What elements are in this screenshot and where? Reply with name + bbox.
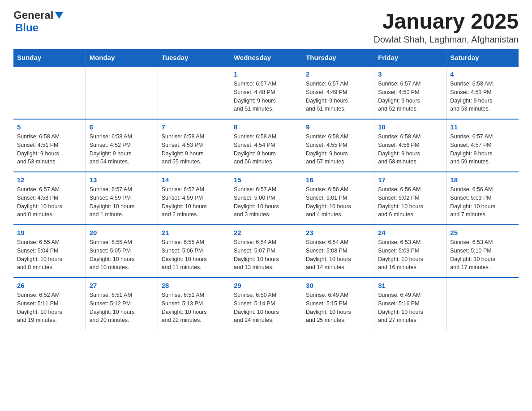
logo: General Blue [13, 9, 63, 34]
day-number: 12 [17, 176, 82, 184]
day-number: 26 [17, 282, 82, 289]
day-number: 16 [306, 176, 370, 184]
day-number: 15 [234, 176, 298, 184]
calendar-cell [86, 66, 158, 119]
calendar-cell: 15Sunrise: 6:57 AMSunset: 5:00 PMDayligh… [230, 172, 302, 225]
day-info: Sunrise: 6:56 AMSunset: 5:01 PMDaylight:… [306, 185, 370, 219]
day-info: Sunrise: 6:57 AMSunset: 4:48 PMDaylight:… [234, 80, 298, 113]
day-number: 19 [17, 229, 82, 236]
calendar-cell: 28Sunrise: 6:51 AMSunset: 5:13 PMDayligh… [158, 278, 230, 330]
calendar-cell: 10Sunrise: 6:58 AMSunset: 4:56 PMDayligh… [374, 119, 446, 172]
day-info: Sunrise: 6:49 AMSunset: 5:16 PMDaylight:… [378, 291, 442, 325]
day-number: 27 [90, 282, 154, 289]
day-number: 13 [90, 176, 154, 184]
day-number: 21 [162, 229, 226, 236]
day-number: 2 [306, 70, 370, 78]
calendar-cell [446, 278, 519, 330]
calendar-cell: 24Sunrise: 6:53 AMSunset: 5:09 PMDayligh… [374, 225, 446, 278]
day-info: Sunrise: 6:58 AMSunset: 4:56 PMDaylight:… [378, 133, 442, 166]
calendar-cell: 27Sunrise: 6:51 AMSunset: 5:12 PMDayligh… [86, 278, 158, 330]
col-header-monday: Monday [86, 49, 158, 66]
day-number: 4 [450, 70, 515, 78]
col-header-tuesday: Tuesday [158, 49, 230, 66]
day-info: Sunrise: 6:58 AMSunset: 4:52 PMDaylight:… [90, 133, 154, 166]
day-number: 11 [450, 123, 515, 131]
col-header-saturday: Saturday [446, 49, 519, 66]
calendar-cell: 5Sunrise: 6:58 AMSunset: 4:51 PMDaylight… [13, 119, 86, 172]
calendar-cell [13, 66, 86, 119]
day-number: 23 [306, 229, 370, 236]
day-info: Sunrise: 6:50 AMSunset: 5:14 PMDaylight:… [234, 291, 298, 325]
calendar-cell: 3Sunrise: 6:57 AMSunset: 4:50 PMDaylight… [374, 66, 446, 119]
day-number: 30 [306, 282, 370, 289]
day-info: Sunrise: 6:57 AMSunset: 4:50 PMDaylight:… [378, 80, 442, 113]
page-subtitle: Dowlat Shah, Laghman, Afghanistan [373, 34, 519, 45]
day-number: 9 [306, 123, 370, 131]
day-number: 1 [234, 70, 298, 78]
calendar-cell: 31Sunrise: 6:49 AMSunset: 5:16 PMDayligh… [374, 278, 446, 330]
day-number: 5 [17, 123, 82, 131]
logo-triangle-icon [55, 12, 63, 19]
day-number: 29 [234, 282, 298, 289]
calendar-cell: 7Sunrise: 6:58 AMSunset: 4:53 PMDaylight… [158, 119, 230, 172]
calendar-week-5: 26Sunrise: 6:52 AMSunset: 5:11 PMDayligh… [13, 278, 519, 330]
calendar-cell: 13Sunrise: 6:57 AMSunset: 4:59 PMDayligh… [86, 172, 158, 225]
calendar-cell: 9Sunrise: 6:58 AMSunset: 4:55 PMDaylight… [302, 119, 374, 172]
calendar-cell: 11Sunrise: 6:57 AMSunset: 4:57 PMDayligh… [446, 119, 519, 172]
day-info: Sunrise: 6:51 AMSunset: 5:13 PMDaylight:… [162, 291, 226, 325]
day-info: Sunrise: 6:55 AMSunset: 5:04 PMDaylight:… [17, 238, 82, 272]
calendar-cell: 6Sunrise: 6:58 AMSunset: 4:52 PMDaylight… [86, 119, 158, 172]
calendar-header-row: SundayMondayTuesdayWednesdayThursdayFrid… [13, 49, 519, 66]
day-number: 20 [90, 229, 154, 236]
day-number: 3 [378, 70, 442, 78]
day-info: Sunrise: 6:58 AMSunset: 4:51 PMDaylight:… [450, 80, 515, 113]
day-number: 14 [162, 176, 226, 184]
day-info: Sunrise: 6:56 AMSunset: 5:03 PMDaylight:… [450, 185, 515, 219]
day-number: 7 [162, 123, 226, 131]
page-title: January 2025 [373, 9, 519, 34]
day-number: 31 [378, 282, 442, 289]
day-info: Sunrise: 6:52 AMSunset: 5:11 PMDaylight:… [17, 291, 82, 325]
day-info: Sunrise: 6:54 AMSunset: 5:08 PMDaylight:… [306, 238, 370, 272]
calendar-week-1: 1Sunrise: 6:57 AMSunset: 4:48 PMDaylight… [13, 66, 519, 119]
day-number: 25 [450, 229, 515, 236]
calendar-cell: 16Sunrise: 6:56 AMSunset: 5:01 PMDayligh… [302, 172, 374, 225]
day-info: Sunrise: 6:57 AMSunset: 4:59 PMDaylight:… [162, 185, 226, 219]
day-number: 28 [162, 282, 226, 289]
day-info: Sunrise: 6:57 AMSunset: 4:49 PMDaylight:… [306, 80, 370, 113]
day-info: Sunrise: 6:55 AMSunset: 5:05 PMDaylight:… [90, 238, 154, 272]
day-number: 8 [234, 123, 298, 131]
day-info: Sunrise: 6:58 AMSunset: 4:51 PMDaylight:… [17, 133, 82, 166]
calendar-cell: 22Sunrise: 6:54 AMSunset: 5:07 PMDayligh… [230, 225, 302, 278]
col-header-friday: Friday [374, 49, 446, 66]
col-header-sunday: Sunday [13, 49, 86, 66]
day-info: Sunrise: 6:58 AMSunset: 4:55 PMDaylight:… [306, 133, 370, 166]
day-info: Sunrise: 6:58 AMSunset: 4:54 PMDaylight:… [234, 133, 298, 166]
calendar-cell: 30Sunrise: 6:49 AMSunset: 5:15 PMDayligh… [302, 278, 374, 330]
calendar-cell: 19Sunrise: 6:55 AMSunset: 5:04 PMDayligh… [13, 225, 86, 278]
title-block: January 2025 Dowlat Shah, Laghman, Afgha… [373, 9, 519, 45]
col-header-thursday: Thursday [302, 49, 374, 66]
calendar-week-3: 12Sunrise: 6:57 AMSunset: 4:58 PMDayligh… [13, 172, 519, 225]
calendar-week-2: 5Sunrise: 6:58 AMSunset: 4:51 PMDaylight… [13, 119, 519, 172]
day-number: 6 [90, 123, 154, 131]
calendar-cell: 29Sunrise: 6:50 AMSunset: 5:14 PMDayligh… [230, 278, 302, 330]
day-info: Sunrise: 6:56 AMSunset: 5:02 PMDaylight:… [378, 185, 442, 219]
calendar-cell: 8Sunrise: 6:58 AMSunset: 4:54 PMDaylight… [230, 119, 302, 172]
calendar-cell: 26Sunrise: 6:52 AMSunset: 5:11 PMDayligh… [13, 278, 86, 330]
day-info: Sunrise: 6:57 AMSunset: 4:59 PMDaylight:… [90, 185, 154, 219]
calendar-cell: 1Sunrise: 6:57 AMSunset: 4:48 PMDaylight… [230, 66, 302, 119]
logo-blue-text: Blue [15, 21, 39, 34]
day-info: Sunrise: 6:53 AMSunset: 5:10 PMDaylight:… [450, 238, 515, 272]
calendar-cell: 2Sunrise: 6:57 AMSunset: 4:49 PMDaylight… [302, 66, 374, 119]
logo-general-text: General [13, 9, 53, 21]
calendar-cell: 12Sunrise: 6:57 AMSunset: 4:58 PMDayligh… [13, 172, 86, 225]
day-info: Sunrise: 6:57 AMSunset: 5:00 PMDaylight:… [234, 185, 298, 219]
calendar-cell: 14Sunrise: 6:57 AMSunset: 4:59 PMDayligh… [158, 172, 230, 225]
calendar-cell: 20Sunrise: 6:55 AMSunset: 5:05 PMDayligh… [86, 225, 158, 278]
col-header-wednesday: Wednesday [230, 49, 302, 66]
day-number: 18 [450, 176, 515, 184]
day-info: Sunrise: 6:57 AMSunset: 4:57 PMDaylight:… [450, 133, 515, 166]
day-number: 17 [378, 176, 442, 184]
day-number: 22 [234, 229, 298, 236]
